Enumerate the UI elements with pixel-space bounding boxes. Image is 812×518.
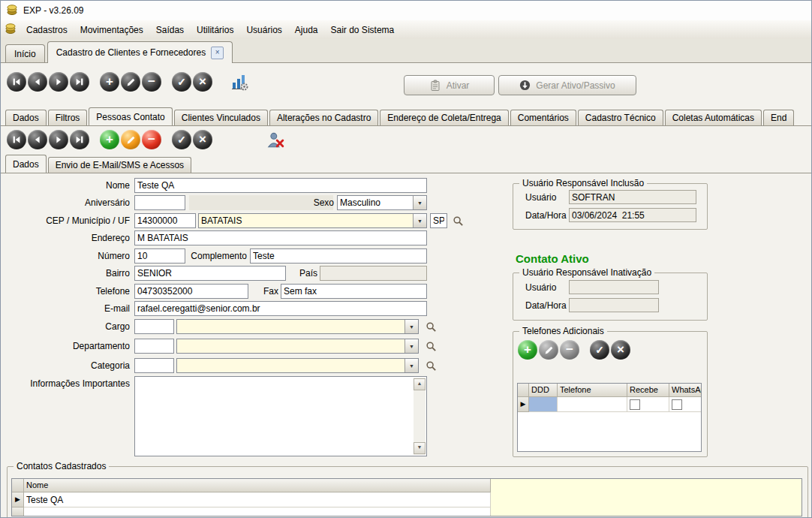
cell-ddd[interactable] (529, 397, 558, 412)
municipio-combobox[interactable]: BATATAIS ▼ (198, 213, 427, 228)
tab-filtros[interactable]: Filtros (48, 110, 88, 125)
menu-saidas[interactable]: Saídas (150, 23, 190, 38)
departamento-combobox[interactable]: ▼ (176, 339, 419, 354)
chart-button[interactable] (230, 73, 248, 91)
nome-input[interactable] (134, 178, 427, 193)
chevron-down-icon[interactable]: ▼ (404, 339, 418, 353)
menu-movimentacoes[interactable]: Movimentações (74, 23, 149, 38)
cancel-contact-button[interactable]: × (193, 130, 212, 149)
email-input[interactable] (134, 301, 427, 316)
menu-ajuda[interactable]: Ajuda (289, 23, 324, 38)
contatos-empty-row[interactable] (12, 507, 801, 516)
chevron-down-icon[interactable]: ▼ (413, 196, 426, 209)
tab-clientes-vinculados[interactable]: Clientes Vinculados (174, 110, 268, 125)
chevron-down-icon[interactable]: ▼ (404, 359, 418, 372)
add-contact-button[interactable]: + (100, 130, 119, 149)
cancel-record-button[interactable]: × (193, 72, 212, 92)
cell-nome-empty[interactable] (24, 507, 491, 516)
aniversario-input[interactable] (134, 195, 185, 210)
telefone-input[interactable] (134, 284, 248, 299)
scroll-down-icon[interactable]: ▼ (414, 442, 426, 454)
nav-prev-button[interactable] (28, 72, 47, 92)
subtab-dados[interactable]: Dados (5, 155, 47, 173)
ativar-button[interactable]: Ativar (404, 75, 495, 95)
cep-input[interactable] (134, 213, 196, 228)
add-record-button[interactable]: + (100, 72, 119, 92)
inativacao-usuario-field[interactable] (569, 280, 659, 294)
search-categoria-button[interactable] (423, 358, 438, 373)
tab-comentarios[interactable]: Comentários (510, 110, 576, 125)
informacoes-importantes-textarea[interactable] (135, 377, 426, 456)
gerar-ativo-passivo-button[interactable]: Gerar Ativo/Passivo (498, 75, 636, 95)
endereco-input[interactable] (134, 230, 427, 245)
search-departamento-button[interactable] (423, 339, 438, 354)
menu-cadastros[interactable]: Cadastros (20, 23, 74, 38)
informacoes-importantes-memo[interactable]: ▲ ▼ (134, 376, 427, 456)
nav-last-button[interactable] (70, 130, 89, 149)
sexo-combobox[interactable]: Masculino ▼ (337, 195, 427, 210)
close-tab-icon[interactable]: × (211, 47, 224, 59)
categoria-combobox[interactable]: ▼ (176, 358, 419, 373)
contatos-data-row[interactable]: ▶ Teste QA (12, 492, 801, 507)
cell-nome[interactable]: Teste QA (24, 492, 491, 507)
confirm-contact-button[interactable]: ✓ (172, 130, 191, 149)
search-cargo-button[interactable] (423, 319, 438, 334)
remove-contact-person-button[interactable] (265, 130, 286, 151)
pais-input[interactable] (320, 266, 427, 281)
nav-next-button[interactable] (49, 130, 68, 149)
menu-usuarios[interactable]: Usuários (240, 23, 287, 38)
cancel-telefone-button[interactable]: × (611, 340, 630, 360)
chevron-down-icon[interactable]: ▼ (413, 214, 426, 227)
bairro-input[interactable] (134, 266, 286, 281)
tab-inicio[interactable]: Início (5, 44, 45, 62)
departamento-code-input[interactable] (134, 339, 174, 354)
tab-endereco-coleta-entrega[interactable]: Endereço de Coleta/Entrega (380, 110, 508, 125)
edit-contact-button[interactable] (121, 130, 140, 149)
edit-record-button[interactable] (121, 72, 140, 92)
complemento-input[interactable] (250, 248, 427, 264)
tab-pessoas-contato[interactable]: Pessoas Contato (89, 107, 172, 126)
categoria-code-input[interactable] (134, 358, 174, 373)
cell-telefone[interactable] (558, 397, 627, 412)
tab-cadastro-tecnico[interactable]: Cadastro Técnico (578, 110, 663, 125)
col-telefone[interactable]: Telefone (558, 384, 627, 397)
inclusao-usuario-field[interactable] (569, 190, 696, 204)
nav-first-button[interactable] (7, 72, 26, 92)
menu-utilitarios[interactable]: Utilitários (191, 23, 239, 38)
delete-record-button[interactable]: − (142, 72, 161, 92)
memo-scrollbar[interactable]: ▲ ▼ (414, 378, 426, 455)
menu-sair-do-sistema[interactable]: Sair do Sistema (325, 23, 401, 38)
uf-input[interactable] (430, 213, 447, 228)
tab-dados[interactable]: Dados (5, 110, 47, 125)
inclusao-datahora-field[interactable] (569, 208, 696, 222)
subtab-envio-email-sms-acessos[interactable]: Envio de E-Mail/SMS e Acessos (48, 157, 191, 173)
delete-telefone-button[interactable]: − (560, 340, 579, 360)
tab-alteracoes-no-cadastro[interactable]: Alterações no Cadastro (269, 110, 378, 125)
nav-first-button[interactable] (7, 130, 26, 149)
delete-contact-button[interactable]: − (142, 130, 161, 149)
nav-last-button[interactable] (70, 72, 89, 92)
search-municipio-button[interactable] (450, 213, 465, 228)
whatsapp-checkbox[interactable] (672, 399, 682, 410)
chevron-down-icon[interactable]: ▼ (404, 320, 418, 333)
tab-cadastro-clientes-fornecedores[interactable]: Cadastro de Clientes e Fornecedores × (47, 41, 233, 63)
edit-telefone-button[interactable] (539, 340, 558, 360)
add-telefone-button[interactable]: + (518, 340, 537, 360)
tab-enderecos[interactable]: End (763, 110, 794, 125)
col-ddd[interactable]: DDD (529, 384, 558, 397)
scroll-up-icon[interactable]: ▲ (414, 378, 426, 390)
cargo-combobox[interactable]: ▼ (176, 319, 419, 334)
col-nome[interactable]: Nome (24, 479, 491, 492)
col-whatsapp[interactable]: WhatsApp (669, 384, 701, 397)
confirm-record-button[interactable]: ✓ (172, 72, 191, 92)
confirm-telefone-button[interactable]: ✓ (590, 340, 609, 360)
telefones-data-row[interactable]: ▶ (518, 397, 701, 412)
fax-input[interactable] (281, 284, 427, 299)
nav-prev-button[interactable] (28, 130, 47, 149)
numero-input[interactable] (134, 248, 185, 264)
cargo-code-input[interactable] (134, 319, 174, 334)
tab-coletas-automaticas[interactable]: Coletas Automáticas (665, 110, 762, 125)
recebe-sms-checkbox[interactable] (630, 399, 640, 410)
col-recebe-sms[interactable]: Recebe SMS (627, 384, 669, 397)
nav-next-button[interactable] (49, 72, 68, 92)
